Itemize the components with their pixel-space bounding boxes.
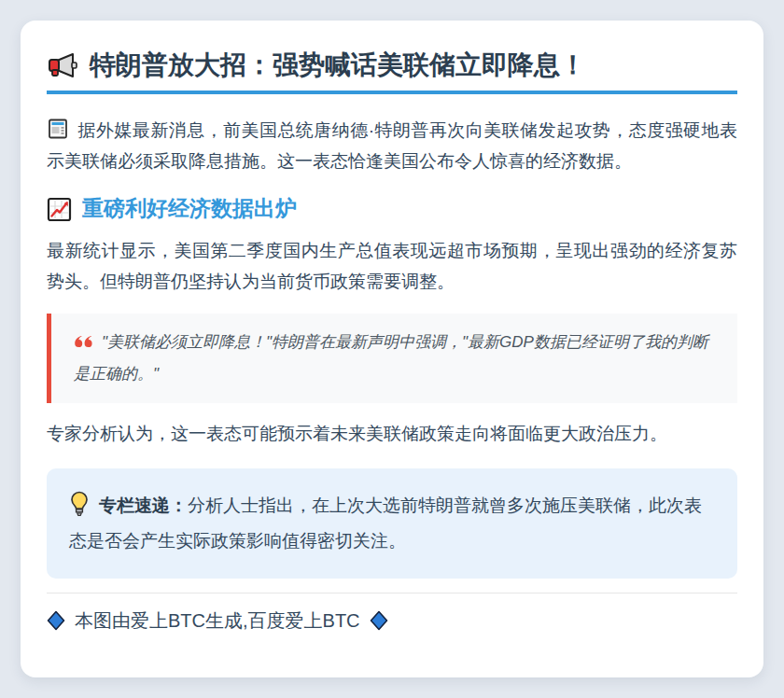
section-heading: 重磅利好经济数据出炉 <box>47 195 737 223</box>
lead-paragraph-text: 据外媒最新消息，前美国总统唐纳德·特朗普再次向美联储发起攻势，态度强硬地表示美联… <box>47 120 737 171</box>
quote-text: "美联储必须立即降息！"特朗普在最新声明中强调，"最新GDP数据已经证明了我的判… <box>74 333 708 383</box>
blue-diamond-icon <box>47 610 65 631</box>
article-title-text: 特朗普放大招：强势喊话美联储立即降息！ <box>90 49 586 82</box>
lead-paragraph: 据外媒最新消息，前美国总统唐纳德·特朗普再次向美联储发起攻势，态度强硬地表示美联… <box>47 115 737 176</box>
newspaper-icon <box>47 118 69 140</box>
gdp-paragraph: 最新统计显示，美国第二季度国内生产总值表现远超市场预期，呈现出强劲的经济复苏势头… <box>47 235 737 297</box>
blue-diamond-icon <box>370 610 388 631</box>
info-label: 专栏速递： <box>99 496 188 515</box>
article-title: 特朗普放大招：强势喊话美联储立即降息！ <box>47 49 737 94</box>
lightbulb-icon <box>69 491 90 517</box>
article-card: 特朗普放大招：强势喊话美联储立即降息！ 据外媒最新消息，前美国总统唐纳德·特朗普… <box>21 21 763 677</box>
footer: 本图由爱上BTC生成,百度爱上BTC <box>47 608 737 634</box>
chart-increasing-icon <box>47 197 72 222</box>
quote-block: "美联储必须立即降息！"特朗普在最新声明中强调，"最新GDP数据已经证明了我的判… <box>47 314 737 403</box>
footer-divider <box>47 593 737 593</box>
info-box: 专栏速递：分析人士指出，在上次大选前特朗普就曾多次施压美联储，此次表态是否会产生… <box>47 468 737 579</box>
megaphone-icon <box>47 50 78 80</box>
section-heading-text: 重磅利好经济数据出炉 <box>82 195 297 223</box>
quote-left-icon <box>74 335 94 349</box>
footer-text: 本图由爱上BTC生成,百度爱上BTC <box>75 608 360 634</box>
analysis-paragraph: 专家分析认为，这一表态可能预示着未来美联储政策走向将面临更大政治压力。 <box>47 418 737 449</box>
